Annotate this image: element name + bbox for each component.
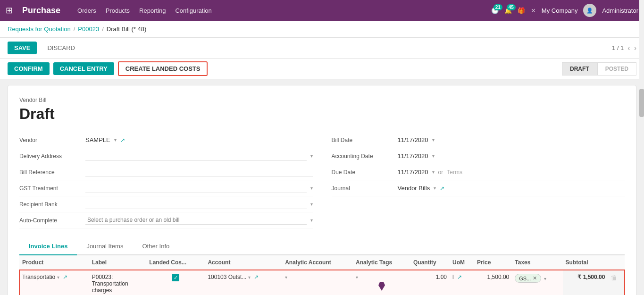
- due-date-arrow[interactable]: ▾: [432, 169, 435, 175]
- cell-quantity: 1.00: [410, 270, 450, 295]
- accounting-date-arrow[interactable]: ▾: [432, 153, 435, 159]
- discard-button[interactable]: DISCARD: [41, 42, 82, 54]
- breadcrumb: Requests for Quotation / P00023 / Draft …: [0, 21, 644, 38]
- next-arrow[interactable]: ›: [634, 44, 636, 52]
- journal-external-link[interactable]: ↗: [440, 185, 444, 192]
- nav-orders[interactable]: Orders: [77, 7, 96, 14]
- clock-icon-badge[interactable]: 🕐 21: [491, 7, 499, 14]
- invoice-table: Product Label Landed Cos... Account Anal…: [19, 255, 625, 295]
- pagination: 1 / 1 ‹ ›: [612, 44, 636, 52]
- recipient-bank-row: Recipient Bank ▾: [19, 196, 313, 212]
- form-grid: Vendor SAMPLE ▾ ↗ Delivery Address ▾: [19, 132, 625, 228]
- status-posted-badge[interactable]: POSTED: [597, 62, 636, 76]
- account-external-link[interactable]: ↗: [254, 274, 259, 280]
- journal-text: Vendor Bills: [398, 185, 430, 192]
- tab-other-info[interactable]: Other Info: [133, 238, 179, 255]
- pin-icon: [378, 282, 385, 291]
- journal-arrow[interactable]: ▾: [434, 185, 436, 191]
- gst-treatment-row: GST Treatment ▾: [19, 180, 313, 196]
- due-date-text: 11/17/2020: [398, 169, 428, 176]
- col-uom: UoM: [450, 255, 474, 270]
- auto-complete-label: Auto-Complete: [19, 217, 85, 224]
- due-date-row: Due Date 11/17/2020 ▾ or Terms: [332, 164, 625, 180]
- bell-icon-badge[interactable]: 🔔 45: [504, 7, 512, 14]
- gst-treatment-arrow[interactable]: ▾: [310, 185, 313, 191]
- vendor-dropdown-arrow[interactable]: ▾: [114, 137, 117, 143]
- breadcrumb-rfq[interactable]: Requests for Quotation: [8, 25, 71, 33]
- tabs: Invoice Lines Journal Items Other Info: [19, 238, 625, 255]
- due-date-value: 11/17/2020 ▾ or Terms: [398, 169, 625, 176]
- app-name: Purchase: [22, 6, 60, 16]
- delivery-address-input[interactable]: [85, 152, 307, 161]
- auto-complete-input[interactable]: [85, 216, 307, 225]
- grid-icon[interactable]: ⊞: [6, 5, 13, 16]
- label-line2: Transportation: [92, 280, 144, 287]
- col-analytic-tags: Analytic Tags: [353, 255, 410, 270]
- nav-links: Orders Products Reporting Configuration: [77, 7, 484, 14]
- nav-reporting[interactable]: Reporting: [139, 7, 166, 14]
- breadcrumb-sep-1: /: [74, 25, 75, 33]
- bill-reference-input[interactable]: [85, 168, 313, 177]
- breadcrumb-current: Draft Bill (* 48): [107, 25, 147, 33]
- bill-date-arrow[interactable]: ▾: [432, 137, 435, 143]
- tab-journal-items[interactable]: Journal Items: [77, 238, 133, 255]
- product-dropdown[interactable]: ▾: [57, 275, 59, 280]
- journal-row: Journal Vendor Bills ▾ ↗: [332, 180, 625, 196]
- nav-products[interactable]: Products: [106, 7, 130, 14]
- status-draft-badge[interactable]: DRAFT: [562, 62, 597, 76]
- accounting-date-value: 11/17/2020 ▾: [398, 152, 625, 160]
- save-button[interactable]: SAVE: [8, 42, 37, 54]
- close-icon[interactable]: ✕: [531, 7, 536, 14]
- cell-label: P00023: Transportation charges ↗: [89, 270, 147, 295]
- confirm-button[interactable]: CONFIRM: [8, 62, 50, 75]
- col-price: Price: [474, 255, 512, 270]
- recipient-bank-value: ▾: [85, 200, 313, 209]
- auto-complete-row: Auto-Complete ▾: [19, 212, 313, 228]
- cell-subtotal: ₹ 1,500.00: [563, 270, 608, 295]
- uom-external-link[interactable]: ↗: [457, 274, 462, 280]
- nav-configuration[interactable]: Configuration: [175, 7, 211, 14]
- gift-icon[interactable]: 🎁: [518, 7, 525, 14]
- analytic-tags-dropdown[interactable]: ▾: [356, 275, 358, 280]
- recipient-bank-arrow[interactable]: ▾: [310, 202, 313, 207]
- bill-date-text: 11/17/2020: [398, 136, 428, 143]
- product-external-link[interactable]: ↗: [63, 274, 67, 280]
- cancel-entry-button[interactable]: CANCEL ENTRY: [53, 62, 114, 75]
- analytic-account-dropdown[interactable]: ▾: [285, 275, 287, 280]
- terms-text[interactable]: Terms: [447, 169, 462, 176]
- delivery-address-arrow[interactable]: ▾: [310, 153, 313, 159]
- scrollbar-thumb[interactable]: [639, 89, 644, 117]
- vendor-external-link[interactable]: ↗: [120, 137, 125, 143]
- prev-arrow[interactable]: ‹: [627, 44, 630, 52]
- col-taxes: Taxes: [512, 255, 562, 270]
- create-landed-costs-button[interactable]: CREATE LANDED COSTS: [118, 61, 208, 76]
- gst-treatment-label: GST Treatment: [19, 185, 85, 192]
- uom-text: l: [452, 274, 454, 280]
- scrollbar[interactable]: [639, 0, 644, 295]
- cell-product: Transportatio ▾ ↗: [19, 270, 89, 295]
- vendor-text: SAMPLE: [85, 136, 110, 143]
- col-account: Account: [205, 255, 282, 270]
- col-analytic-account: Analytic Account: [282, 255, 353, 270]
- bill-date-value: 11/17/2020 ▾: [398, 136, 625, 143]
- tax-remove-icon[interactable]: ✕: [533, 275, 537, 281]
- user-avatar[interactable]: 👤: [583, 4, 596, 17]
- company-name: My Company: [542, 7, 578, 14]
- cell-taxes: GS... ✕ ▾: [512, 270, 562, 295]
- taxes-dropdown[interactable]: ▾: [544, 276, 546, 281]
- bill-date-row: Bill Date 11/17/2020 ▾: [332, 132, 625, 148]
- row-delete-icon[interactable]: 🗑: [611, 274, 617, 281]
- gst-treatment-input[interactable]: [85, 184, 307, 193]
- landed-cost-checkbox[interactable]: ✓: [172, 274, 179, 281]
- username: Administrator: [602, 7, 638, 14]
- breadcrumb-p00023[interactable]: P00023: [78, 25, 99, 33]
- cell-price: 1,500.00: [474, 270, 512, 295]
- tab-invoice-lines[interactable]: Invoice Lines: [19, 238, 77, 255]
- cell-uom: l ↗: [450, 270, 474, 295]
- accounting-date-label: Accounting Date: [332, 153, 398, 160]
- cell-analytic-tags: ▾: [353, 270, 410, 295]
- auto-complete-arrow[interactable]: ▾: [310, 218, 313, 223]
- account-dropdown[interactable]: ▾: [248, 275, 251, 280]
- recipient-bank-input[interactable]: [85, 200, 307, 209]
- bill-date-label: Bill Date: [332, 137, 398, 143]
